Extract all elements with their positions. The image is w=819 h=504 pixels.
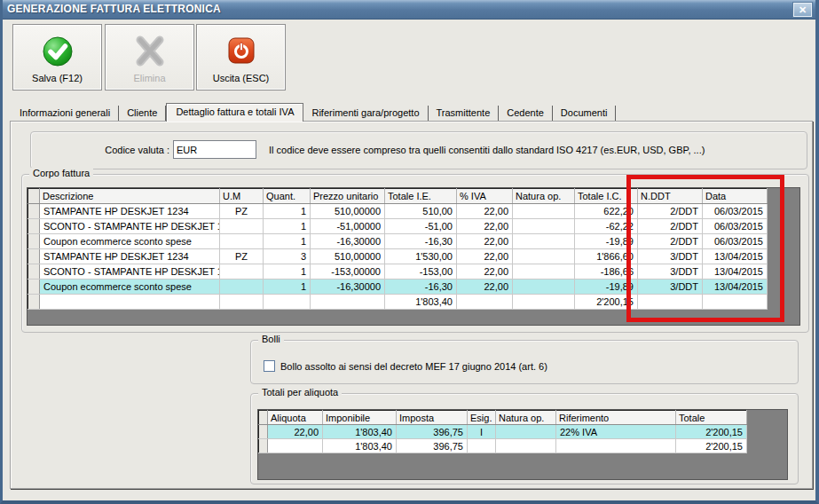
table-row[interactable]: Coupon ecommerce sconto spese1-16,30000-… [28, 280, 768, 295]
cell: 622,20 [575, 204, 638, 219]
column-header[interactable]: Prezzo unitario [311, 189, 385, 204]
title-bar: GENERAZIONE FATTURA ELETTRONICA ✕ [0, 0, 819, 20]
tab-trasmittente[interactable]: Trasmittente [429, 106, 500, 121]
total-ic-cell: 2'200,15 [575, 295, 638, 310]
invoice-body-table: DescrizioneU.MQuant.Prezzo unitarioTotal… [28, 188, 768, 310]
cell [40, 295, 220, 310]
currency-input[interactable] [173, 140, 256, 159]
cell: 22,00 [268, 425, 323, 439]
cell: 1 [264, 204, 311, 219]
cell: I [468, 425, 496, 439]
table-row[interactable]: SCONTO - STAMPANTE HP DESKJET 1...1-51,0… [28, 219, 768, 234]
column-header[interactable]: % IVA [457, 189, 513, 204]
column-header[interactable]: Data [703, 189, 768, 204]
cell [513, 234, 575, 249]
column-header[interactable]: Riferimento [556, 411, 676, 425]
row-selector[interactable] [259, 425, 268, 439]
cell: 510,00000 [311, 204, 385, 219]
column-header[interactable]: U.M [220, 189, 264, 204]
cell: STAMPANTE HP DESKJET 1234 [40, 249, 220, 264]
cell: 1 [264, 264, 311, 280]
column-header[interactable]: Esig. [468, 411, 496, 425]
column-header[interactable]: Quant. [264, 189, 311, 204]
cell: 510,00000 [311, 249, 385, 264]
cell [513, 280, 575, 295]
tab-cliente[interactable]: Cliente [119, 106, 166, 121]
cell: 22,00 [457, 234, 513, 249]
row-selector[interactable] [28, 219, 40, 234]
exit-power-icon [197, 35, 285, 67]
column-header[interactable]: Imponibile [323, 411, 397, 425]
cell: 1'866,60 [575, 249, 638, 264]
save-check-icon [13, 35, 101, 67]
tab-dettaglio-fattura-e-totali-iva[interactable]: Dettaglio fattura e totali IVA [166, 103, 303, 122]
close-button[interactable]: ✕ [793, 3, 812, 17]
exit-button[interactable]: Uscita (ESC) [196, 24, 286, 91]
cell: 3/DDT [638, 249, 703, 264]
save-button[interactable]: Salva (F12) [12, 24, 102, 91]
table-row[interactable]: SCONTO - STAMPANTE HP DESKJET 1...1-153,… [28, 264, 768, 280]
row-selector[interactable] [28, 280, 40, 295]
bolli-group: Bolli Bollo assolto ai sensi del decreto… [250, 340, 799, 384]
cell: -19,89 [575, 280, 638, 295]
cell: 2/DDT [638, 204, 703, 219]
vat-totals-grid: AliquotaImponibileImpostaEsig.Natura op.… [257, 409, 788, 480]
cell: 22,00 [457, 264, 513, 280]
row-selector[interactable] [28, 249, 40, 264]
cell: 13/04/2015 [703, 249, 768, 264]
cell: 2'200,15 [676, 439, 747, 453]
column-header[interactable]: Natura op. [496, 411, 556, 425]
bollo-checkbox-label: Bollo assolto ai sensi del decreto MEF 1… [280, 361, 547, 372]
cell: Coupon ecommerce sconto spese [40, 234, 220, 249]
cell [496, 425, 556, 439]
column-header[interactable]: Descrizione [40, 189, 220, 204]
cell [311, 295, 385, 310]
row-selector[interactable] [28, 204, 40, 219]
table-row[interactable]: STAMPANTE HP DESKJET 1234PZ1510,00000510… [28, 204, 768, 219]
column-header[interactable]: Totale [676, 411, 747, 425]
cell: PZ [220, 204, 264, 219]
vat-totals-table: AliquotaImponibileImpostaEsig.Natura op.… [258, 410, 747, 453]
column-header[interactable]: N.DDT [638, 189, 703, 204]
table-row[interactable]: Coupon ecommerce sconto spese1-16,30000-… [28, 234, 768, 249]
cell: 13/04/2015 [703, 264, 768, 280]
cell [513, 204, 575, 219]
table-row[interactable]: 22,001'803,40396,75I22% IVA2'200,15 [259, 425, 747, 439]
row-selector[interactable] [259, 439, 268, 453]
tab-riferimenti-gara-progetto[interactable]: Riferimenti gara/progetto [303, 106, 428, 121]
column-header[interactable]: Aliquota [268, 411, 323, 425]
cell: 3/DDT [638, 264, 703, 280]
row-selector [28, 295, 40, 310]
cell [513, 219, 575, 234]
column-header[interactable]: Natura op. [513, 189, 575, 204]
cell: -19,89 [575, 234, 638, 249]
cell: 22,00 [457, 219, 513, 234]
table-row[interactable]: STAMPANTE HP DESKJET 1234PZ3510,000001'5… [28, 249, 768, 264]
cell: 2/DDT [638, 234, 703, 249]
cell [220, 264, 264, 280]
cell: STAMPANTE HP DESKJET 1234 [40, 204, 220, 219]
cell: -62,22 [575, 219, 638, 234]
cell [556, 439, 676, 453]
column-header[interactable]: Imposta [397, 411, 468, 425]
cell [513, 249, 575, 264]
tab-informazioni-generali[interactable]: Informazioni generali [12, 106, 119, 121]
cell: Coupon ecommerce sconto spese [40, 280, 220, 295]
vat-totals-group: Totali per aliquota AliquotaImponibileIm… [250, 393, 799, 484]
cell: -153,00 [385, 264, 457, 280]
cell: 22% IVA [556, 425, 676, 439]
column-header[interactable]: Totale I.E. [385, 189, 457, 204]
row-selector[interactable] [28, 234, 40, 249]
currency-label: Codice valuta : [38, 145, 169, 155]
tab-strip: Informazioni generaliClienteDettaglio fa… [12, 104, 616, 121]
cell [638, 295, 703, 310]
table-row[interactable]: 1'803,40396,752'200,15 [259, 439, 747, 453]
bollo-checkbox[interactable] [264, 360, 275, 372]
cell: 1'530,00 [385, 249, 457, 264]
column-header[interactable]: Totale I.C. [575, 189, 638, 204]
row-selector-header [28, 189, 40, 204]
tab-documenti[interactable]: Documenti [553, 106, 617, 121]
tab-cedente[interactable]: Cedente [499, 106, 553, 121]
row-selector[interactable] [28, 264, 40, 280]
cell: -16,30 [385, 234, 457, 249]
